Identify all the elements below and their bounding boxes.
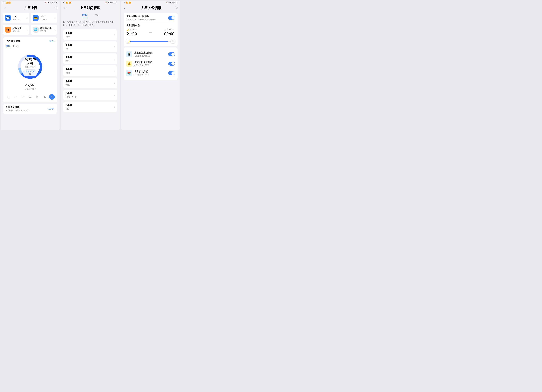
time-label: 9:38 — [54, 2, 57, 4]
day-sat[interactable]: 六 — [49, 94, 55, 100]
category-social[interactable]: 💬 社交 允许 2 款 › — [3, 13, 29, 23]
page-header-2: ← 上网时间管理 — [61, 4, 120, 11]
study-toggle[interactable] — [168, 71, 175, 75]
slider-thumb-right[interactable]: ☀ — [171, 39, 175, 44]
allowed-label: 允许上网时长 — [25, 88, 36, 90]
time-tabs: 时长 时段 — [5, 44, 55, 49]
hours-tue: 1小时 — [66, 44, 72, 47]
help-button[interactable]: ? — [176, 6, 178, 10]
sleep-toggle[interactable] — [168, 16, 175, 20]
p2-tab-period[interactable]: 时段 — [93, 13, 98, 18]
payment-toggle[interactable] — [168, 62, 175, 66]
online-icon: 📱 — [126, 51, 132, 57]
care-reminder-bar[interactable]: 儿童关爱提醒 绑定微信，消息将同步到微信 未绑定› — [3, 104, 57, 114]
sleep-slider[interactable]: 🌙 ☀ — [126, 38, 175, 44]
category-install[interactable]: 🛍 安装应用 允许 1 款 › — [3, 25, 29, 35]
time-item-sun[interactable]: 3小时 周日 › — [63, 102, 117, 112]
care-reminder-title: 儿童关爱提醒 — [5, 106, 30, 109]
day-sun[interactable]: 日 — [5, 94, 11, 100]
page-title-2: 上网时间管理 — [80, 6, 100, 10]
day-mon[interactable]: 一 — [13, 94, 18, 100]
sleep-title: 儿童睡觉时段上网提醒 — [126, 15, 156, 18]
payment-icon: 💳 — [33, 15, 39, 21]
page-header-3: ← 儿童关爱提醒 ? — [121, 4, 180, 11]
panel2-content: 时长 时段 您可设置孩子每天最长上网时长，时长用尽后设备不可上网，上网时长只在上… — [61, 11, 120, 130]
social-sub: 允许 2 款 — [12, 18, 20, 21]
divider — [126, 23, 175, 23]
day-thu-label: 周四 — [66, 71, 72, 74]
section-header: 上网时间管理 设置 › — [5, 39, 55, 43]
wifi-icon-3: 🛜 — [129, 1, 131, 4]
online-toggle[interactable] — [168, 52, 175, 56]
sleep-section: 儿童睡觉时段上网提醒 儿童在睡觉时间段内上网将会通知您 儿童睡觉时段 🌙 睡觉时… — [124, 13, 178, 46]
payment-warn-sub: 儿童使用支付应用 — [134, 64, 167, 67]
sleep-label: 🌙 睡觉时间 — [127, 28, 137, 31]
care-items-card: 📱 儿童设备上线提醒 儿童设备接入路由器 💰 儿童支付预警提醒 儿童使用支付应用… — [124, 47, 178, 80]
tab-period[interactable]: 时段 — [13, 44, 18, 49]
tab-duration[interactable]: 时长 — [5, 44, 10, 49]
payment-warn-icon: 💰 — [126, 60, 132, 67]
status-bar-2: HD 📶 🛜 ⏰ ✱ 81% 9:38 — [61, 1, 120, 4]
donut-chart: 2小时59分钟 剩余上网时长 奖励 10 分钟 — [16, 53, 44, 81]
network-icon: HD — [3, 2, 5, 3]
slider-thumb-left[interactable]: 🌙 — [126, 39, 130, 44]
category-grid: 💬 社交 允许 2 款 › 💳 支付 允许 0 款 › — [1, 11, 60, 36]
chevron-wed: › — [114, 58, 115, 60]
sleep-header: 儿童睡觉时段上网提醒 儿童在睡觉时间段内上网将会通知您 — [126, 15, 175, 21]
day-wed[interactable]: 三 — [27, 94, 33, 100]
back-button-3[interactable]: ← — [124, 6, 127, 10]
care-reminder-sub: 绑定微信，消息将同步到微信 — [5, 109, 30, 112]
back-button-1[interactable]: ← — [3, 6, 6, 10]
back-button-2[interactable]: ← — [63, 6, 66, 10]
battery-label: 81% — [50, 2, 53, 4]
time-item-fri[interactable]: 1小时 周五 › — [63, 77, 117, 88]
status-left-2: HD 📶 🛜 — [63, 1, 71, 4]
blacklist-name: 网址黑名单 — [40, 27, 52, 30]
donut-center: 2小时59分钟 剩余上网时长 奖励 10 分钟 — [23, 57, 37, 76]
donut-container: 2小时59分钟 剩余上网时长 奖励 10 分钟 3 小时 允许上网时长 — [5, 51, 55, 92]
category-blacklist[interactable]: 🌐 网址黑名单 已关闭 › — [31, 25, 57, 35]
description-text: 您可设置孩子每天最长上网时长，时长用尽后设备不可上网，上网时长只在上网时段内有效… — [61, 19, 120, 29]
blacklist-sub: 已关闭 — [40, 30, 52, 33]
status-bar-1: HD 📶 🛜 ⏰ ✱ 81% 9:38 — [1, 1, 60, 4]
bluetooth-icon-3: ✱ — [168, 1, 170, 4]
status-left-1: HD 📶 🛜 — [3, 1, 11, 4]
time-item-wed[interactable]: 1小时 周三 › — [63, 54, 117, 64]
time-item-thu[interactable]: 1小时 周四 › — [63, 65, 117, 76]
install-sub: 允许 1 款 — [12, 30, 22, 33]
day-tue[interactable]: 二 — [20, 94, 26, 100]
time-mgmt-card: 上网时间管理 设置 › 时长 时段 — [3, 37, 57, 102]
p2-tabs: 时长 时段 — [61, 11, 120, 19]
panel3-content: 儿童睡觉时段上网提醒 儿童在睡觉时间段内上网将会通知您 儿童睡觉时段 🌙 睡觉时… — [121, 11, 180, 130]
time-item-sat[interactable]: 3小时 周六（今日） › — [63, 90, 117, 100]
sleep-value: 21:00 — [127, 32, 137, 36]
remaining-time: 2小时59分钟 — [23, 57, 37, 66]
panel-time-mgmt: HD 📶 🛜 ⏰ ✱ 81% 9:38 ← 上网时间管理 时长 时段 您可设置孩… — [61, 1, 120, 130]
day-thu[interactable]: 四 — [35, 94, 40, 100]
chevron-mon: › — [114, 33, 115, 36]
care-item-online: 📱 儿童设备上线提醒 儿童设备接入路由器 — [126, 49, 175, 59]
signal-icon-2: 📶 — [66, 1, 68, 4]
payment-sub: 允许 0 款 — [40, 18, 48, 21]
time-item-mon[interactable]: 1小时 周一 › — [63, 29, 117, 40]
remaining-label: 剩余上网时长 — [23, 66, 37, 68]
category-payment[interactable]: 💳 支付 允许 0 款 › — [31, 13, 57, 23]
hours-sat: 3小时 — [66, 92, 78, 95]
reward-badge[interactable]: 奖励 10 分钟 — [23, 70, 37, 76]
panel1-content: 💬 社交 允许 2 款 › 💳 支付 允许 0 款 › — [1, 11, 60, 130]
time-item-tue[interactable]: 1小时 周二 › — [63, 41, 117, 52]
signal-icon: 📶 — [6, 1, 8, 4]
day-fri[interactable]: 五 — [42, 94, 47, 100]
blacklist-chevron: › — [54, 28, 55, 31]
slider-track: 🌙 ☀ — [126, 41, 175, 42]
add-button[interactable]: + — [55, 6, 57, 10]
settings-action[interactable]: 设置 › — [49, 40, 55, 43]
status-right-3: ⏰ ✱ 81% 9:37 — [166, 1, 178, 4]
blacklist-icon: 🌐 — [33, 27, 39, 33]
sleep-times: 🌙 睡觉时间 21:00 — ☀ 起床时间 09:00 — [126, 28, 175, 36]
p2-tab-duration[interactable]: 时长 — [82, 13, 87, 18]
status-right-2: ⏰ ✱ 81% 9:38 — [105, 1, 117, 4]
time-label-2: 9:38 — [114, 2, 117, 4]
bluetooth-icon: ✱ — [48, 1, 49, 4]
study-icon: 📚 — [126, 70, 132, 76]
